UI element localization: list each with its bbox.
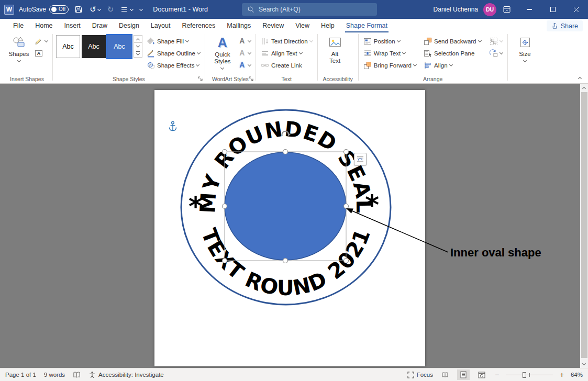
focus-button[interactable]: Focus xyxy=(407,372,433,378)
selection-pane-button[interactable]: Selection Pane xyxy=(422,47,483,59)
chevron-down-icon xyxy=(248,63,251,66)
seal-left-asterisk[interactable]: * xyxy=(188,190,203,222)
shape-effects-icon xyxy=(147,61,155,70)
tab-draw[interactable]: Draw xyxy=(86,19,113,32)
bring-forward-button[interactable]: Bring Forward xyxy=(362,59,418,71)
read-mode-button[interactable] xyxy=(439,369,451,380)
chevron-down-icon xyxy=(136,52,140,55)
group-objects-button xyxy=(488,35,504,47)
collapse-ribbon-button[interactable] xyxy=(575,74,584,82)
tab-help[interactable]: Help xyxy=(315,19,340,32)
alt-text-button[interactable]: Alt Text xyxy=(321,34,349,75)
shape-outline-button[interactable]: Shape Outline xyxy=(145,47,202,59)
ribbon-display-options-button[interactable] xyxy=(496,0,517,19)
selection-handle-sw[interactable] xyxy=(223,259,227,263)
selection-pane-label: Selection Pane xyxy=(434,50,474,57)
size-button[interactable]: Size xyxy=(511,34,539,75)
align-text-button[interactable]: Align Text xyxy=(259,47,314,59)
send-backward-button[interactable]: Send Backward xyxy=(422,35,483,47)
page-indicator[interactable]: Page 1 of 1 xyxy=(5,372,36,378)
save-button[interactable] xyxy=(73,5,84,14)
bring-forward-label: Bring Forward xyxy=(374,62,412,69)
spellcheck-book-icon xyxy=(73,371,81,379)
wordart-styles-dialog-launcher[interactable] xyxy=(248,75,255,82)
tab-mailings[interactable]: Mailings xyxy=(221,19,257,32)
vertical-scrollbar[interactable] xyxy=(580,84,588,368)
gallery-down-button[interactable] xyxy=(134,42,142,50)
word-app-icon[interactable]: W xyxy=(4,5,14,15)
autosave-state: Off xyxy=(59,7,65,12)
word-count[interactable]: 9 words xyxy=(44,372,65,378)
tab-shape-format[interactable]: Shape Format xyxy=(340,19,393,32)
text-fill-button[interactable]: A xyxy=(237,35,252,47)
zoom-slider[interactable] xyxy=(506,371,553,378)
text-outline-button[interactable]: A xyxy=(237,47,252,59)
group-label-arrange: Arrange xyxy=(423,76,442,82)
selection-handle-e[interactable] xyxy=(344,204,349,209)
zoom-knob[interactable] xyxy=(523,372,526,378)
search-input[interactable]: Search (Alt+Q) xyxy=(242,3,377,16)
zoom-in-button[interactable]: + xyxy=(559,371,565,378)
selection-handle-n[interactable] xyxy=(283,150,288,154)
rotate-objects-button[interactable] xyxy=(488,47,504,59)
scrollbar-thumb[interactable] xyxy=(581,92,587,358)
zoom-out-button[interactable]: − xyxy=(494,371,500,378)
print-layout-button[interactable] xyxy=(457,369,470,380)
autosave-switch[interactable]: Off xyxy=(49,5,69,14)
inner-oval-shape[interactable] xyxy=(225,152,346,260)
shapes-button[interactable]: Shapes xyxy=(5,34,33,75)
text-box-button[interactable]: A xyxy=(33,47,49,59)
selection-pane-icon xyxy=(424,49,432,58)
shape-style-thumbnail-1[interactable]: Abc xyxy=(56,35,80,58)
undo-button[interactable]: ↺ xyxy=(88,5,102,14)
seal-right-asterisk[interactable]: * xyxy=(365,189,379,220)
scroll-down-button[interactable] xyxy=(580,360,588,368)
selection-handle-se[interactable] xyxy=(344,259,349,263)
share-button[interactable]: Share xyxy=(547,20,583,31)
position-button[interactable]: Position xyxy=(362,35,418,47)
proofing-status[interactable] xyxy=(73,371,81,379)
tab-references[interactable]: References xyxy=(176,19,221,32)
quick-access-menu[interactable] xyxy=(119,5,134,14)
avatar[interactable]: DU xyxy=(483,3,496,16)
gallery-up-button[interactable] xyxy=(134,35,142,43)
maximize-button[interactable] xyxy=(541,0,564,19)
quick-styles-button[interactable]: A Quick Styles xyxy=(208,34,237,75)
text-effects-button[interactable]: A xyxy=(237,59,252,71)
create-link-button: Create Link xyxy=(259,59,314,71)
shape-styles-dialog-launcher[interactable] xyxy=(197,75,204,82)
scroll-up-button[interactable] xyxy=(580,84,588,92)
close-button[interactable] xyxy=(564,0,588,19)
wrap-text-button[interactable]: Wrap Text xyxy=(362,47,418,59)
selection-handle-ne[interactable] xyxy=(344,150,349,154)
tab-design[interactable]: Design xyxy=(113,19,145,32)
tab-view[interactable]: View xyxy=(290,19,315,32)
ribbon: Shapes A Insert Shapes Abc Abc Abc xyxy=(0,32,588,84)
shape-style-thumbnail-3-selected[interactable]: Abc xyxy=(107,35,131,58)
tab-insert[interactable]: Insert xyxy=(59,19,86,32)
layout-options-button[interactable] xyxy=(354,153,367,165)
toggle-knob xyxy=(51,7,57,12)
zoom-level[interactable]: 64% xyxy=(571,372,583,378)
toolbar-overflow-button[interactable] xyxy=(139,8,143,12)
align-button[interactable]: Align xyxy=(422,59,483,71)
selection-handle-w[interactable] xyxy=(223,204,227,209)
align-label: Align xyxy=(434,62,448,69)
shape-fill-button[interactable]: Shape Fill xyxy=(145,35,202,47)
accessibility-status[interactable]: Accessibility: Investigate xyxy=(88,371,164,378)
selection-handle-s[interactable] xyxy=(283,259,288,263)
gallery-more-button[interactable] xyxy=(134,50,142,58)
tab-home[interactable]: Home xyxy=(29,19,58,32)
bring-forward-icon xyxy=(363,61,372,70)
minimize-button[interactable] xyxy=(517,0,541,19)
document-title: Document1 - Word xyxy=(153,6,208,13)
tab-layout[interactable]: Layout xyxy=(145,19,176,32)
edit-shape-button[interactable] xyxy=(33,35,49,47)
tab-file[interactable]: File xyxy=(7,19,29,32)
shape-style-thumbnail-2[interactable]: Abc xyxy=(82,35,106,58)
shape-effects-button[interactable]: Shape Effects xyxy=(145,59,202,71)
autosave-toggle[interactable]: AutoSave Off xyxy=(19,5,69,14)
selection-handle-nw[interactable] xyxy=(223,150,227,154)
web-layout-button[interactable] xyxy=(475,369,488,380)
tab-review[interactable]: Review xyxy=(257,19,290,32)
